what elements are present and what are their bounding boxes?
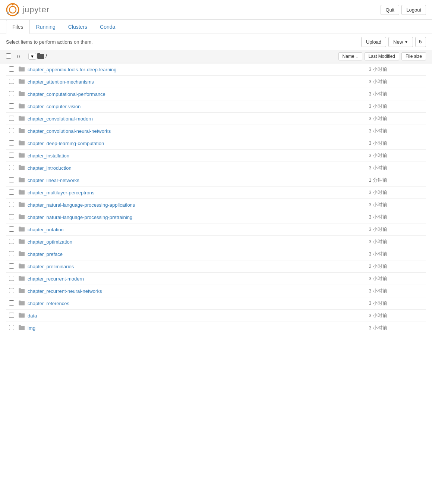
row-checkbox-cell <box>6 137 17 150</box>
folder-icon <box>19 190 25 196</box>
file-link[interactable]: chapter_linear-networks <box>28 178 79 183</box>
size-col-button[interactable]: File size <box>401 52 426 60</box>
file-link[interactable]: chapter_notation <box>28 227 64 232</box>
tab-running[interactable]: Running <box>30 20 62 34</box>
row-name-cell: chapter_convolutional-modern <box>26 113 329 125</box>
row-modified-cell: 3 小时前 <box>329 248 389 260</box>
file-link[interactable]: chapter_optimization <box>28 239 72 245</box>
file-link[interactable]: data <box>28 313 37 319</box>
folder-icon <box>19 104 25 110</box>
table-row: chapter_convolutional-neural-networks 3 … <box>6 125 426 137</box>
file-link[interactable]: chapter_recurrent-neural-networks <box>28 288 102 294</box>
row-checkbox-cell <box>6 211 17 223</box>
file-link[interactable]: chapter_introduction <box>28 165 72 171</box>
row-checkbox[interactable] <box>9 226 14 232</box>
row-name-cell: chapter_introduction <box>26 162 329 174</box>
tab-clusters[interactable]: Clusters <box>62 20 94 34</box>
folder-icon <box>19 202 25 208</box>
row-checkbox[interactable] <box>9 251 14 256</box>
row-checkbox[interactable] <box>9 165 14 170</box>
row-size-cell <box>389 174 426 187</box>
row-name-cell: chapter_attention-mechanisms <box>26 76 329 88</box>
file-link[interactable]: chapter_references <box>28 301 69 306</box>
file-link[interactable]: chapter_deep-learning-computation <box>28 141 104 146</box>
row-size-cell <box>389 88 426 100</box>
row-modified-cell: 3 小时前 <box>329 113 389 125</box>
tab-conda[interactable]: Conda <box>94 20 122 34</box>
quit-button[interactable]: Quit <box>381 5 399 15</box>
row-checkbox[interactable] <box>9 325 14 330</box>
file-link[interactable]: chapter_computer-vision <box>28 104 81 109</box>
new-button[interactable]: New ▼ <box>388 37 413 47</box>
row-checkbox[interactable] <box>9 153 14 158</box>
row-checkbox[interactable] <box>9 263 14 269</box>
file-link[interactable]: img <box>28 325 35 331</box>
header-dropdown-cell: ▼ <box>28 53 37 60</box>
row-checkbox[interactable] <box>9 214 14 219</box>
table-row: chapter_introduction 3 小时前 <box>6 162 426 174</box>
header-buttons: Quit Logout <box>381 5 426 15</box>
folder-icon <box>19 301 25 307</box>
row-checkbox[interactable] <box>9 177 14 182</box>
row-icon-cell <box>17 223 26 236</box>
file-link[interactable]: chapter_preliminaries <box>28 264 74 269</box>
file-link[interactable]: chapter_multilayer-perceptrons <box>28 190 94 195</box>
modified-col-button[interactable]: Last Modified <box>365 52 399 60</box>
row-checkbox[interactable] <box>9 116 14 121</box>
row-modified-cell: 3 小时前 <box>329 211 389 223</box>
row-modified-cell: 3 小时前 <box>329 76 389 88</box>
row-checkbox[interactable] <box>9 300 14 306</box>
select-all-checkbox[interactable] <box>6 53 11 59</box>
file-link[interactable]: chapter_installation <box>28 153 69 159</box>
row-checkbox[interactable] <box>9 79 14 84</box>
row-checkbox[interactable] <box>9 288 14 293</box>
row-modified-cell: 3 小时前 <box>329 100 389 113</box>
file-link[interactable]: chapter_appendix-tools-for-deep-learning <box>28 67 116 72</box>
modified-col-label: Last Modified <box>369 54 395 59</box>
row-size-cell <box>389 150 426 162</box>
row-modified-cell: 3 小时前 <box>329 285 389 297</box>
table-row: chapter_deep-learning-computation 3 小时前 <box>6 137 426 150</box>
file-list-header: 0 ▼ / Name ↓ Last Modified File size <box>0 50 432 63</box>
svg-point-3 <box>7 12 9 14</box>
row-size-cell <box>389 162 426 174</box>
name-sort-button[interactable]: Name ↓ <box>338 52 362 60</box>
svg-point-1 <box>9 6 16 13</box>
row-checkbox[interactable] <box>9 66 14 72</box>
file-link[interactable]: chapter_preface <box>28 251 63 257</box>
row-checkbox[interactable] <box>9 128 14 133</box>
row-checkbox[interactable] <box>9 103 14 109</box>
refresh-button[interactable]: ↻ <box>415 37 426 47</box>
row-checkbox[interactable] <box>9 190 14 195</box>
row-checkbox[interactable] <box>9 239 14 244</box>
sort-dropdown-button[interactable]: ▼ <box>28 53 36 60</box>
jupyter-logo-icon <box>6 3 19 16</box>
row-checkbox[interactable] <box>9 140 14 145</box>
file-link[interactable]: chapter_recurrent-modern <box>28 276 84 282</box>
row-checkbox-cell <box>6 310 17 322</box>
row-modified-cell: 1 分钟前 <box>329 174 389 187</box>
row-checkbox[interactable] <box>9 91 14 96</box>
row-name-cell: chapter_computational-performance <box>26 88 329 100</box>
file-link[interactable]: chapter_natural-language-processing-appl… <box>28 202 135 208</box>
column-headers: Name ↓ Last Modified File size <box>338 52 426 60</box>
file-link[interactable]: chapter_attention-mechanisms <box>28 79 94 85</box>
row-size-cell <box>389 322 426 334</box>
file-link[interactable]: chapter_natural-language-processing-pret… <box>28 215 132 220</box>
upload-button[interactable]: Upload <box>361 37 386 47</box>
row-checkbox-cell <box>6 88 17 100</box>
row-icon-cell <box>17 88 26 100</box>
row-checkbox[interactable] <box>9 313 14 318</box>
row-checkbox[interactable] <box>9 276 14 281</box>
row-icon-cell <box>17 248 26 260</box>
file-link[interactable]: chapter_convolutional-modern <box>28 116 93 122</box>
file-link[interactable]: chapter_computational-performance <box>28 91 105 97</box>
tab-files[interactable]: Files <box>6 20 30 34</box>
row-checkbox[interactable] <box>9 202 14 207</box>
sort-icon: ↓ <box>356 54 358 59</box>
file-link[interactable]: chapter_convolutional-neural-networks <box>28 128 111 134</box>
row-modified-cell: 3 小时前 <box>329 137 389 150</box>
row-size-cell <box>389 211 426 223</box>
logout-button[interactable]: Logout <box>401 5 426 15</box>
folder-icon <box>19 288 25 294</box>
